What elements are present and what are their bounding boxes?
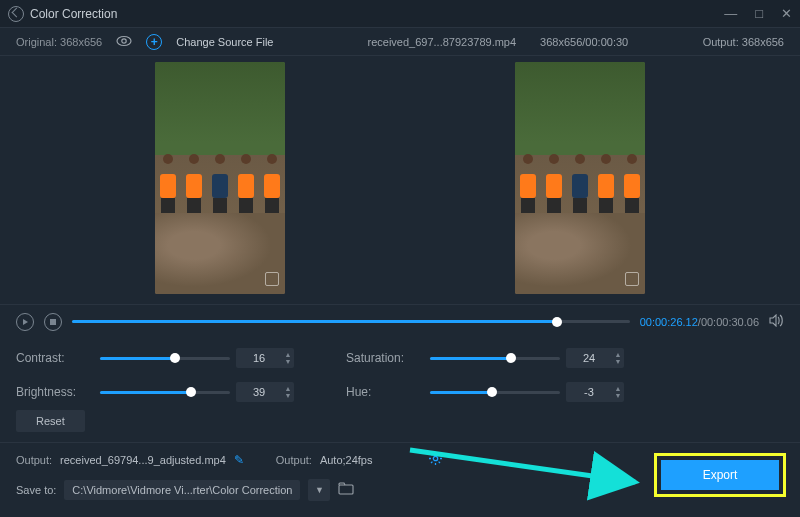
output-format-value: Auto;24fps [320,454,373,466]
change-source-button[interactable]: Change Source File [176,36,273,48]
brightness-spinner[interactable]: 39▲▼ [236,382,294,402]
adjustment-controls: Contrast: 16▲▼ Saturation: 24▲▼ Brightne… [0,338,800,406]
hue-spinner[interactable]: -3▲▼ [566,382,624,402]
source-dims-duration: 368x656/00:00:30 [540,36,628,48]
svg-point-2 [434,456,438,460]
export-highlight: Export [654,453,786,497]
contrast-slider[interactable] [100,357,230,360]
saturation-spinner[interactable]: 24▲▼ [566,348,624,368]
svg-rect-3 [339,485,353,494]
save-path-field[interactable]: C:\Vidmore\Vidmore Vi...rter\Color Corre… [64,480,300,500]
output-preview [515,62,645,294]
timecode: 00:00:26.12/00:00:30.06 [640,316,759,328]
stop-button[interactable] [44,313,62,331]
source-info-bar: Original: 368x656 + Change Source File r… [0,28,800,56]
output-dims-label: Output: 368x656 [703,36,784,48]
output-filename-label: Output: [16,454,52,466]
total-time: /00:00:30.06 [698,316,759,328]
brightness-label: Brightness: [16,385,94,399]
output-settings-icon[interactable] [428,451,443,469]
contrast-spinner[interactable]: 16▲▼ [236,348,294,368]
output-format-label: Output: [276,454,312,466]
preview-toggle-icon[interactable] [116,34,132,50]
contrast-label: Contrast: [16,351,94,365]
output-filename: received_69794...9_adjusted.mp4 [60,454,226,466]
title-bar: Color Correction — □ ✕ [0,0,800,28]
maximize-button[interactable]: □ [755,6,763,21]
svg-point-1 [122,38,126,42]
add-source-icon[interactable]: + [146,34,162,50]
reset-row: Reset [0,406,800,442]
save-to-label: Save to: [16,484,56,496]
window-controls: — □ ✕ [724,6,792,21]
app-logo-icon [8,6,24,22]
save-path-dropdown[interactable]: ▼ [308,479,330,501]
preview-area [0,56,800,304]
svg-point-0 [117,36,131,45]
export-button[interactable]: Export [661,460,779,490]
original-label: Original: 368x656 [16,36,102,48]
hue-slider[interactable] [430,391,560,394]
saturation-slider[interactable] [430,357,560,360]
timeline-slider[interactable] [72,320,630,323]
original-preview [155,62,285,294]
saturation-label: Saturation: [346,351,424,365]
volume-icon[interactable] [769,314,784,330]
hue-label: Hue: [346,385,424,399]
window-title: Color Correction [30,7,117,21]
brightness-slider[interactable] [100,391,230,394]
playback-bar: 00:00:26.12/00:00:30.06 [0,304,800,338]
close-button[interactable]: ✕ [781,6,792,21]
edit-filename-icon[interactable]: ✎ [234,453,244,467]
current-time: 00:00:26.12 [640,316,698,328]
open-folder-icon[interactable] [338,482,354,498]
minimize-button[interactable]: — [724,6,737,21]
reset-button[interactable]: Reset [16,410,85,432]
source-filename: received_697...87923789.mp4 [367,36,516,48]
play-button[interactable] [16,313,34,331]
